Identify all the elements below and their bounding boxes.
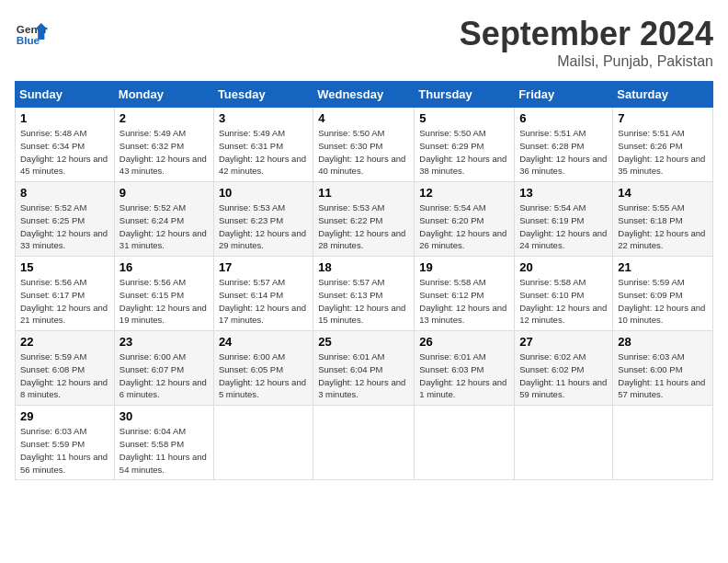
day-detail: Sunrise: 5:52 AMSunset: 6:25 PMDaylight:… bbox=[20, 201, 109, 252]
day-detail: Sunrise: 5:54 AMSunset: 6:20 PMDaylight:… bbox=[419, 201, 509, 252]
header-cell-wednesday: Wednesday bbox=[313, 82, 415, 108]
calendar-cell: 23Sunrise: 6:00 AMSunset: 6:07 PMDayligh… bbox=[114, 331, 213, 406]
calendar-cell bbox=[613, 406, 713, 480]
calendar-week-5: 29Sunrise: 6:03 AMSunset: 5:59 PMDayligh… bbox=[16, 406, 713, 480]
day-detail: Sunrise: 5:49 AMSunset: 6:31 PMDaylight:… bbox=[219, 127, 308, 178]
calendar-cell: 5Sunrise: 5:50 AMSunset: 6:29 PMDaylight… bbox=[415, 108, 515, 182]
day-number: 22 bbox=[20, 335, 109, 349]
day-number: 10 bbox=[219, 186, 308, 200]
day-number: 4 bbox=[318, 111, 409, 125]
header-cell-tuesday: Tuesday bbox=[213, 82, 313, 108]
day-detail: Sunrise: 5:56 AMSunset: 6:17 PMDaylight:… bbox=[20, 276, 109, 327]
calendar-cell: 3Sunrise: 5:49 AMSunset: 6:31 PMDaylight… bbox=[213, 108, 313, 182]
header-cell-thursday: Thursday bbox=[415, 82, 515, 108]
calendar-cell: 19Sunrise: 5:58 AMSunset: 6:12 PMDayligh… bbox=[415, 257, 515, 331]
day-detail: Sunrise: 5:53 AMSunset: 6:23 PMDaylight:… bbox=[219, 201, 308, 252]
day-number: 29 bbox=[20, 409, 109, 423]
calendar-cell: 15Sunrise: 5:56 AMSunset: 6:17 PMDayligh… bbox=[16, 257, 115, 331]
calendar-cell bbox=[313, 406, 415, 480]
day-detail: Sunrise: 6:00 AMSunset: 6:05 PMDaylight:… bbox=[219, 350, 308, 401]
day-detail: Sunrise: 5:57 AMSunset: 6:14 PMDaylight:… bbox=[219, 276, 308, 327]
day-detail: Sunrise: 6:03 AMSunset: 6:00 PMDaylight:… bbox=[618, 350, 708, 401]
calendar-table: SundayMondayTuesdayWednesdayThursdayFrid… bbox=[15, 81, 713, 480]
day-detail: Sunrise: 5:49 AMSunset: 6:32 PMDaylight:… bbox=[119, 127, 209, 178]
day-number: 16 bbox=[119, 260, 209, 274]
day-detail: Sunrise: 5:50 AMSunset: 6:29 PMDaylight:… bbox=[419, 127, 509, 178]
day-number: 5 bbox=[419, 111, 509, 125]
header-row: SundayMondayTuesdayWednesdayThursdayFrid… bbox=[16, 82, 713, 108]
day-number: 28 bbox=[618, 335, 708, 349]
day-number: 20 bbox=[519, 260, 608, 274]
day-detail: Sunrise: 5:57 AMSunset: 6:13 PMDaylight:… bbox=[318, 276, 409, 327]
day-number: 18 bbox=[318, 260, 409, 274]
calendar-cell: 30Sunrise: 6:04 AMSunset: 5:58 PMDayligh… bbox=[114, 406, 213, 480]
calendar-cell: 2Sunrise: 5:49 AMSunset: 6:32 PMDaylight… bbox=[114, 108, 213, 182]
day-detail: Sunrise: 5:55 AMSunset: 6:18 PMDaylight:… bbox=[618, 201, 708, 252]
calendar-cell: 28Sunrise: 6:03 AMSunset: 6:00 PMDayligh… bbox=[613, 331, 713, 406]
day-number: 6 bbox=[519, 111, 608, 125]
calendar-cell: 10Sunrise: 5:53 AMSunset: 6:23 PMDayligh… bbox=[213, 182, 313, 257]
logo-icon: General Blue bbox=[15, 15, 48, 48]
day-number: 14 bbox=[618, 186, 708, 200]
header-cell-friday: Friday bbox=[515, 82, 613, 108]
header-cell-sunday: Sunday bbox=[16, 82, 115, 108]
day-number: 12 bbox=[419, 186, 509, 200]
calendar-cell: 21Sunrise: 5:59 AMSunset: 6:09 PMDayligh… bbox=[613, 257, 713, 331]
day-detail: Sunrise: 5:51 AMSunset: 6:28 PMDaylight:… bbox=[519, 127, 608, 178]
day-number: 7 bbox=[618, 111, 708, 125]
day-number: 27 bbox=[519, 335, 608, 349]
day-detail: Sunrise: 5:53 AMSunset: 6:22 PMDaylight:… bbox=[318, 201, 409, 252]
day-detail: Sunrise: 6:02 AMSunset: 6:02 PMDaylight:… bbox=[519, 350, 608, 401]
calendar-cell: 29Sunrise: 6:03 AMSunset: 5:59 PMDayligh… bbox=[16, 406, 115, 480]
location: Mailsi, Punjab, Pakistan bbox=[460, 53, 713, 70]
title-section: September 2024 Mailsi, Punjab, Pakistan bbox=[460, 15, 713, 70]
day-number: 3 bbox=[219, 111, 308, 125]
day-number: 24 bbox=[219, 335, 308, 349]
calendar-week-3: 15Sunrise: 5:56 AMSunset: 6:17 PMDayligh… bbox=[16, 257, 713, 331]
calendar-cell: 24Sunrise: 6:00 AMSunset: 6:05 PMDayligh… bbox=[213, 331, 313, 406]
calendar-cell: 4Sunrise: 5:50 AMSunset: 6:30 PMDaylight… bbox=[313, 108, 415, 182]
calendar-cell: 7Sunrise: 5:51 AMSunset: 6:26 PMDaylight… bbox=[613, 108, 713, 182]
calendar-cell: 20Sunrise: 5:58 AMSunset: 6:10 PMDayligh… bbox=[515, 257, 613, 331]
day-detail: Sunrise: 6:01 AMSunset: 6:04 PMDaylight:… bbox=[318, 350, 409, 401]
calendar-week-4: 22Sunrise: 5:59 AMSunset: 6:08 PMDayligh… bbox=[16, 331, 713, 406]
calendar-cell: 27Sunrise: 6:02 AMSunset: 6:02 PMDayligh… bbox=[515, 331, 613, 406]
calendar-cell: 18Sunrise: 5:57 AMSunset: 6:13 PMDayligh… bbox=[313, 257, 415, 331]
calendar-cell: 9Sunrise: 5:52 AMSunset: 6:24 PMDaylight… bbox=[114, 182, 213, 257]
calendar-cell: 1Sunrise: 5:48 AMSunset: 6:34 PMDaylight… bbox=[16, 108, 115, 182]
day-number: 2 bbox=[119, 111, 209, 125]
day-detail: Sunrise: 5:56 AMSunset: 6:15 PMDaylight:… bbox=[119, 276, 209, 327]
day-detail: Sunrise: 5:50 AMSunset: 6:30 PMDaylight:… bbox=[318, 127, 409, 178]
day-number: 17 bbox=[219, 260, 308, 274]
day-number: 23 bbox=[119, 335, 209, 349]
day-number: 11 bbox=[318, 186, 409, 200]
day-number: 1 bbox=[20, 111, 109, 125]
day-detail: Sunrise: 5:48 AMSunset: 6:34 PMDaylight:… bbox=[20, 127, 109, 178]
day-number: 8 bbox=[20, 186, 109, 200]
calendar-cell: 14Sunrise: 5:55 AMSunset: 6:18 PMDayligh… bbox=[613, 182, 713, 257]
calendar-cell: 12Sunrise: 5:54 AMSunset: 6:20 PMDayligh… bbox=[415, 182, 515, 257]
day-detail: Sunrise: 6:03 AMSunset: 5:59 PMDaylight:… bbox=[20, 425, 109, 476]
day-detail: Sunrise: 5:59 AMSunset: 6:09 PMDaylight:… bbox=[618, 276, 708, 327]
calendar-cell bbox=[415, 406, 515, 480]
day-number: 26 bbox=[419, 335, 509, 349]
header-cell-monday: Monday bbox=[114, 82, 213, 108]
day-detail: Sunrise: 5:59 AMSunset: 6:08 PMDaylight:… bbox=[20, 350, 109, 401]
day-detail: Sunrise: 5:51 AMSunset: 6:26 PMDaylight:… bbox=[618, 127, 708, 178]
day-number: 21 bbox=[618, 260, 708, 274]
header-cell-saturday: Saturday bbox=[613, 82, 713, 108]
calendar-cell: 13Sunrise: 5:54 AMSunset: 6:19 PMDayligh… bbox=[515, 182, 613, 257]
day-number: 13 bbox=[519, 186, 608, 200]
day-detail: Sunrise: 5:58 AMSunset: 6:12 PMDaylight:… bbox=[419, 276, 509, 327]
calendar-cell: 8Sunrise: 5:52 AMSunset: 6:25 PMDaylight… bbox=[16, 182, 115, 257]
calendar-cell bbox=[213, 406, 313, 480]
month-title: September 2024 bbox=[460, 15, 713, 53]
day-detail: Sunrise: 6:04 AMSunset: 5:58 PMDaylight:… bbox=[119, 425, 209, 476]
logo: General Blue bbox=[15, 15, 50, 48]
day-number: 9 bbox=[119, 186, 209, 200]
day-detail: Sunrise: 5:58 AMSunset: 6:10 PMDaylight:… bbox=[519, 276, 608, 327]
calendar-cell: 17Sunrise: 5:57 AMSunset: 6:14 PMDayligh… bbox=[213, 257, 313, 331]
calendar-cell: 22Sunrise: 5:59 AMSunset: 6:08 PMDayligh… bbox=[16, 331, 115, 406]
calendar-cell: 16Sunrise: 5:56 AMSunset: 6:15 PMDayligh… bbox=[114, 257, 213, 331]
calendar-week-1: 1Sunrise: 5:48 AMSunset: 6:34 PMDaylight… bbox=[16, 108, 713, 182]
